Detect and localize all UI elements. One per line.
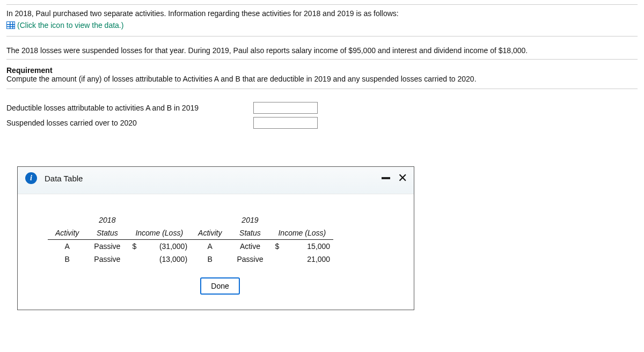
answer-section: Deductible losses attributable to activi…	[6, 102, 638, 129]
close-icon[interactable]: ✕	[398, 172, 407, 184]
cell-value: (13,000)	[136, 253, 191, 266]
year-2019-header: 2019	[229, 214, 270, 226]
data-table: 2018 2019 Activity Status Income (Loss) …	[48, 214, 333, 266]
cell-value: 15,000	[279, 240, 333, 253]
requirement-block: Requirement Compute the amount (if any) …	[6, 63, 638, 89]
modal-footer: Done	[48, 266, 392, 301]
modal-controls: ✕	[382, 172, 407, 184]
minimize-icon[interactable]	[382, 177, 390, 179]
cell-currency: $	[128, 240, 136, 253]
suspended-losses-input[interactable]	[253, 117, 318, 129]
table-row: B Passive (13,000) B Passive 21,000	[48, 253, 333, 266]
cell-activity: A	[48, 240, 86, 253]
requirement-heading: Requirement	[6, 66, 638, 75]
table-icon	[6, 21, 15, 29]
answer-label: Deductible losses attributable to activi…	[6, 104, 253, 112]
col-status: Status	[86, 226, 128, 240]
col-status: Status	[229, 226, 270, 240]
scenario-text: The 2018 losses were suspended losses fo…	[6, 42, 638, 60]
table-row: A Passive $ (31,000) A Active $ 15,000	[48, 240, 333, 253]
cell-status: Passive	[86, 253, 128, 266]
deductible-losses-input[interactable]	[253, 102, 318, 114]
col-income-loss: Income (Loss)	[128, 226, 191, 240]
modal-body: 2018 2019 Activity Status Income (Loss) …	[18, 194, 414, 310]
col-activity: Activity	[48, 226, 86, 240]
col-income-loss: Income (Loss)	[270, 226, 333, 240]
cell-status: Passive	[86, 240, 128, 253]
answer-label: Suspended losses carried over to 2020	[6, 119, 253, 127]
modal-header: i Data Table ✕	[18, 167, 414, 194]
problem-statement: In 2018, Paul purchased two separate act…	[6, 4, 638, 36]
requirement-text: Compute the amount (if any) of losses at…	[6, 75, 638, 83]
cell-value: (31,000)	[136, 240, 191, 253]
cell-value: 21,000	[279, 253, 333, 266]
col-activity: Activity	[191, 226, 229, 240]
view-data-link-text: (Click the icon to view the data.)	[17, 21, 123, 30]
year-row: 2018 2019	[48, 214, 333, 226]
cell-currency: $	[270, 240, 279, 253]
data-table-modal: i Data Table ✕ 2018 2019 Activity Status…	[17, 166, 414, 310]
cell-activity: B	[48, 253, 86, 266]
cell-currency	[128, 253, 136, 266]
answer-row-deductible: Deductible losses attributable to activi…	[6, 102, 638, 114]
cell-activity: B	[191, 253, 229, 266]
info-icon: i	[25, 172, 37, 184]
year-2018-header: 2018	[86, 214, 128, 226]
column-header-row: Activity Status Income (Loss) Activity S…	[48, 226, 333, 240]
intro-text: In 2018, Paul purchased two separate act…	[6, 8, 638, 21]
modal-title: Data Table	[45, 174, 382, 183]
cell-status: Active	[229, 240, 270, 253]
view-data-link[interactable]: (Click the icon to view the data.)	[6, 21, 123, 30]
cell-currency	[270, 253, 279, 266]
cell-status: Passive	[229, 253, 270, 266]
answer-row-suspended: Suspended losses carried over to 2020	[6, 117, 638, 129]
done-button[interactable]: Done	[200, 277, 239, 295]
cell-activity: A	[191, 240, 229, 253]
